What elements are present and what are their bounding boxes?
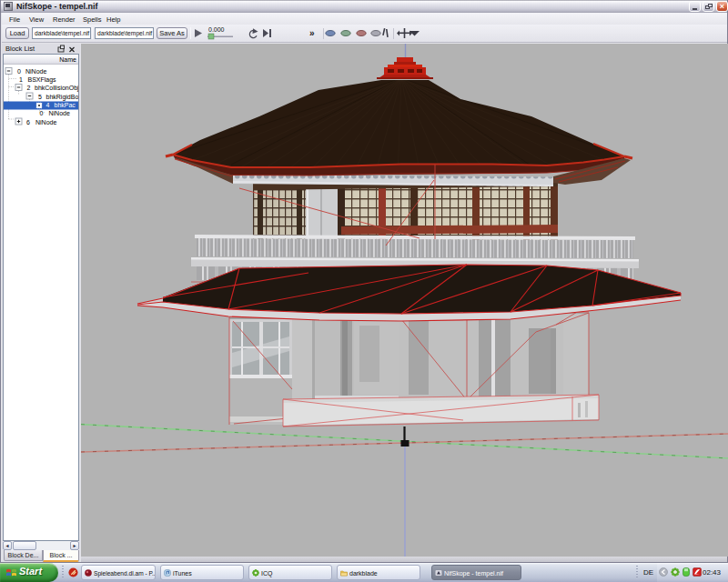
svg-text:bhkPac: bhkPac xyxy=(55,102,76,108)
svg-text:BSXFlags: BSXFlags xyxy=(28,76,57,84)
svg-text:0.000: 0.000 xyxy=(208,26,225,33)
svg-text:5: 5 xyxy=(38,94,42,100)
svg-text:NiNode: NiNode xyxy=(35,119,56,125)
svg-text:NiNode: NiNode xyxy=(25,68,46,75)
svg-text:bhkCollisionObje: bhkCollisionObje xyxy=(35,85,78,92)
svg-text:6: 6 xyxy=(26,119,30,125)
svg-text:4: 4 xyxy=(46,102,50,108)
svg-text:0: 0 xyxy=(40,110,44,116)
svg-text:NiNode: NiNode xyxy=(49,110,70,116)
svg-text:1: 1 xyxy=(19,76,23,83)
svg-text:2: 2 xyxy=(27,85,31,91)
svg-text:bhkRigidBod: bhkRigidBod xyxy=(46,94,79,101)
svg-text:»: » xyxy=(309,28,315,38)
svg-text:0: 0 xyxy=(17,68,21,75)
